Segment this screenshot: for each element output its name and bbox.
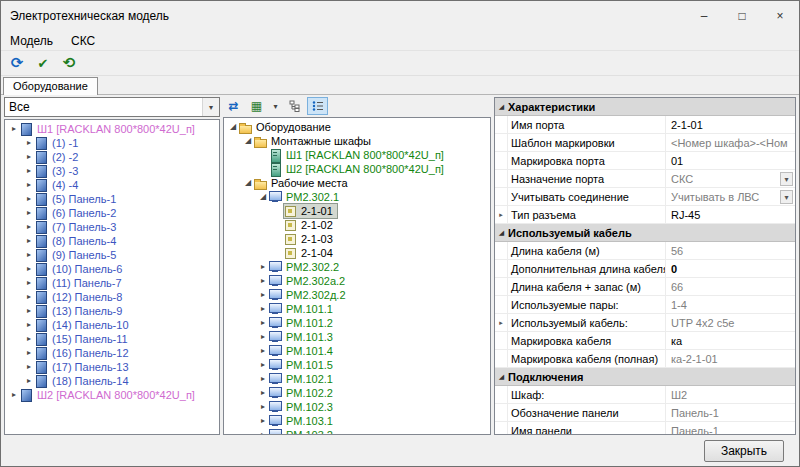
tree-item[interactable]: ▸РМ.102.1 bbox=[224, 372, 490, 386]
filter-combobox[interactable]: Все ▾ bbox=[4, 97, 220, 117]
property-value[interactable]: 01 bbox=[666, 152, 795, 169]
property-row[interactable]: Имя панелиПанель-1 bbox=[495, 422, 795, 435]
menu-sks[interactable]: СКС bbox=[62, 32, 104, 50]
property-value[interactable]: 0 bbox=[666, 260, 795, 277]
expander-icon[interactable]: ▸ bbox=[8, 391, 20, 399]
property-value[interactable]: 56 bbox=[666, 242, 795, 259]
expander-icon[interactable]: ◢ bbox=[257, 193, 269, 201]
tree-item[interactable]: ▸РМ.103.2 bbox=[224, 428, 490, 435]
expander-icon[interactable]: ▸ bbox=[23, 293, 35, 301]
tree-item[interactable]: ▸(7) Панель-3 bbox=[5, 220, 219, 234]
expander-icon[interactable]: ▸ bbox=[257, 403, 269, 411]
tree-item[interactable]: ▸(8) Панель-4 bbox=[5, 234, 219, 248]
tree-structure-icon[interactable] bbox=[284, 97, 305, 115]
property-value[interactable]: <Номер шкафа>-<Ном bbox=[666, 134, 795, 151]
tree-item[interactable]: ▸РМ.102.3 bbox=[224, 400, 490, 414]
property-row[interactable]: Имя порта2-1-01 bbox=[495, 116, 795, 134]
property-section-header[interactable]: ◢Используемый кабель bbox=[495, 224, 795, 242]
property-value[interactable]: ка-2-1-01 bbox=[666, 350, 795, 367]
tree-item[interactable]: ▸(10) Панель-6 bbox=[5, 262, 219, 276]
tree-item[interactable]: ▸(11) Панель-7 bbox=[5, 276, 219, 290]
tree-item[interactable]: ▸(4) -4 bbox=[5, 178, 219, 192]
property-section-header[interactable]: ◢Характеристики bbox=[495, 98, 795, 116]
property-row[interactable]: Дополнительная длина кабеля, м0 bbox=[495, 260, 795, 278]
tree-item[interactable]: ◢Монтажные шкафы bbox=[224, 134, 490, 148]
tree-item[interactable]: ▸РМ2.302д.2 bbox=[224, 288, 490, 302]
property-value[interactable]: 2-1-01 bbox=[666, 116, 795, 133]
expander-icon[interactable]: ▸ bbox=[23, 279, 35, 287]
expander-icon[interactable]: ▸ bbox=[23, 377, 35, 385]
tree-item[interactable]: ▸РМ.101.4 bbox=[224, 344, 490, 358]
tree-item[interactable]: ▸РМ2.302.2 bbox=[224, 260, 490, 274]
property-row[interactable]: Учитывать соединениеУчитывать в ЛВС▾ bbox=[495, 188, 795, 206]
expander-icon[interactable]: ▸ bbox=[23, 195, 35, 203]
close-dialog-button[interactable]: Закрыть bbox=[704, 440, 784, 462]
expander-icon[interactable]: ▸ bbox=[23, 153, 35, 161]
tree-item[interactable]: 2-1-03 bbox=[224, 232, 490, 246]
tree-item[interactable]: ▸Ш1 [RACKLAN 800*800*42U_п] bbox=[5, 122, 219, 136]
property-value[interactable]: СКС▾ bbox=[666, 170, 795, 187]
property-row[interactable]: Используемые пары:1-4 bbox=[495, 296, 795, 314]
expander-icon[interactable]: ▸ bbox=[257, 319, 269, 327]
tree-item[interactable]: ▸(13) Панель-9 bbox=[5, 304, 219, 318]
tree-item[interactable]: ▸(3) -3 bbox=[5, 164, 219, 178]
expander-icon[interactable]: ▸ bbox=[257, 389, 269, 397]
expander-icon[interactable]: ▸ bbox=[23, 265, 35, 273]
expander-icon[interactable]: ▸ bbox=[257, 375, 269, 383]
tree-item[interactable]: 2-1-02 bbox=[224, 218, 490, 232]
tree-item[interactable]: ▸РМ.101.5 bbox=[224, 358, 490, 372]
expander-icon[interactable]: ▸ bbox=[23, 307, 35, 315]
tree-item[interactable]: ▸(18) Панель-14 bbox=[5, 374, 219, 388]
tree-item[interactable]: 2-1-01 bbox=[224, 204, 490, 218]
property-value[interactable]: Панель-1 bbox=[666, 404, 795, 421]
tree-item[interactable]: ▸РМ2.302а.2 bbox=[224, 274, 490, 288]
tree-item[interactable]: Ш2 [RACKLAN 800*800*42U_п] bbox=[224, 162, 490, 176]
minimize-icon[interactable]: – bbox=[685, 1, 723, 31]
tree-item[interactable]: ▸РМ.101.2 bbox=[224, 316, 490, 330]
property-row[interactable]: Маркировка порта01 bbox=[495, 152, 795, 170]
property-row[interactable]: Длина кабеля (м)56 bbox=[495, 242, 795, 260]
property-row[interactable]: Обозначение панелиПанель-1 bbox=[495, 404, 795, 422]
tree-item[interactable]: ▸(12) Панель-8 bbox=[5, 290, 219, 304]
property-row[interactable]: Шкаф:Ш2 bbox=[495, 386, 795, 404]
tree-item[interactable]: ▸(1) -1 bbox=[5, 136, 219, 150]
property-value[interactable]: 1-4 bbox=[666, 296, 795, 313]
expander-icon[interactable]: ▸ bbox=[23, 237, 35, 245]
tree-item[interactable]: ▸(17) Панель-13 bbox=[5, 360, 219, 374]
tree-item[interactable]: ▸(15) Панель-11 bbox=[5, 332, 219, 346]
expander-icon[interactable]: ▸ bbox=[257, 333, 269, 341]
tree-item[interactable]: ▸Ш2 [RACKLAN 800*800*42U_п] bbox=[5, 388, 219, 402]
tree-item[interactable]: ▸РМ.101.3 bbox=[224, 330, 490, 344]
tree-item[interactable]: ▸РМ.103.1 bbox=[224, 414, 490, 428]
expander-icon[interactable]: ▸ bbox=[257, 347, 269, 355]
tree-item[interactable]: ◢Оборудование bbox=[224, 120, 490, 134]
property-row[interactable]: ▸Тип разъемаRJ-45 bbox=[495, 206, 795, 224]
property-row[interactable]: ▸Используемый кабель:UTP 4x2 c5e bbox=[495, 314, 795, 332]
chevron-down-icon[interactable]: ▾ bbox=[780, 190, 793, 204]
property-section-header[interactable]: ◢Подключения bbox=[495, 368, 795, 386]
property-row[interactable]: Длина кабеля + запас (м)66 bbox=[495, 278, 795, 296]
expander-icon[interactable]: ◢ bbox=[242, 179, 254, 187]
expander-icon[interactable]: ▸ bbox=[23, 209, 35, 217]
tree-item[interactable]: ▸(6) Панель-2 bbox=[5, 206, 219, 220]
menu-model[interactable]: Модель bbox=[1, 32, 62, 50]
swap-arrows-icon[interactable]: ⇄ bbox=[223, 97, 244, 115]
expander-icon[interactable]: ▸ bbox=[23, 139, 35, 147]
tree-item[interactable]: ▸(9) Панель-5 bbox=[5, 248, 219, 262]
tree-item[interactable]: Ш1 [RACKLAN 800*800*42U_п] bbox=[224, 148, 490, 162]
tree-item[interactable]: ▸(14) Панель-10 bbox=[5, 318, 219, 332]
property-row[interactable]: Маркировка кабеля (полная)ка-2-1-01 bbox=[495, 350, 795, 368]
property-row[interactable]: Назначение портаСКС▾ bbox=[495, 170, 795, 188]
property-value[interactable]: UTP 4x2 c5e bbox=[666, 314, 795, 331]
expander-icon[interactable]: ▸ bbox=[23, 349, 35, 357]
property-value[interactable]: RJ-45 bbox=[666, 206, 795, 223]
property-row[interactable]: Шаблон маркировки<Номер шкафа>-<Ном bbox=[495, 134, 795, 152]
expander-icon[interactable]: ▸ bbox=[23, 223, 35, 231]
expander-icon[interactable]: ▸ bbox=[23, 363, 35, 371]
update-table-icon[interactable]: ⟲ bbox=[57, 52, 81, 74]
row-expander-icon[interactable]: ▸ bbox=[495, 314, 508, 331]
tree-item[interactable]: ◢РМ2.302.1 bbox=[224, 190, 490, 204]
tree-item[interactable]: ▸(5) Панель-1 bbox=[5, 192, 219, 206]
chevron-down-icon[interactable]: ▾ bbox=[780, 172, 793, 186]
expander-icon[interactable]: ▸ bbox=[257, 305, 269, 313]
